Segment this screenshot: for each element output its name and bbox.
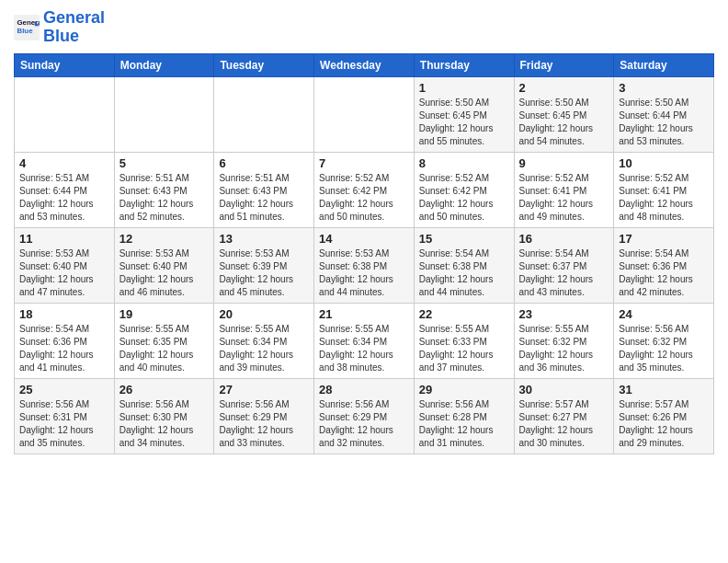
day-number: 20 xyxy=(219,307,309,321)
day-info: Sunrise: 5:54 AM Sunset: 6:38 PM Dayligh… xyxy=(419,247,509,299)
day-number: 13 xyxy=(219,232,309,246)
header-day-monday: Monday xyxy=(114,53,214,76)
day-number: 29 xyxy=(419,383,509,396)
calendar-week-4: 18Sunrise: 5:54 AM Sunset: 6:36 PM Dayli… xyxy=(15,303,714,378)
day-info: Sunrise: 5:51 AM Sunset: 6:43 PM Dayligh… xyxy=(219,172,309,224)
day-info: Sunrise: 5:55 AM Sunset: 6:34 PM Dayligh… xyxy=(219,323,309,374)
day-info: Sunrise: 5:56 AM Sunset: 6:29 PM Dayligh… xyxy=(219,398,309,450)
calendar-cell: 19Sunrise: 5:55 AM Sunset: 6:35 PM Dayli… xyxy=(114,303,214,378)
day-number: 31 xyxy=(619,383,709,396)
day-info: Sunrise: 5:52 AM Sunset: 6:42 PM Dayligh… xyxy=(319,172,409,224)
header-day-saturday: Saturday xyxy=(614,53,714,76)
day-info: Sunrise: 5:56 AM Sunset: 6:28 PM Dayligh… xyxy=(419,398,509,450)
calendar-cell xyxy=(15,76,115,152)
day-number: 21 xyxy=(319,307,409,321)
day-info: Sunrise: 5:56 AM Sunset: 6:32 PM Dayligh… xyxy=(619,323,709,374)
calendar-cell: 31Sunrise: 5:57 AM Sunset: 6:26 PM Dayli… xyxy=(614,378,714,454)
calendar-week-2: 4Sunrise: 5:51 AM Sunset: 6:44 PM Daylig… xyxy=(15,152,714,227)
day-info: Sunrise: 5:57 AM Sunset: 6:27 PM Dayligh… xyxy=(519,398,609,450)
day-number: 26 xyxy=(119,383,210,396)
calendar-cell xyxy=(214,76,314,152)
day-number: 23 xyxy=(519,307,609,321)
day-info: Sunrise: 5:55 AM Sunset: 6:33 PM Dayligh… xyxy=(419,323,509,374)
calendar-cell: 16Sunrise: 5:54 AM Sunset: 6:37 PM Dayli… xyxy=(514,227,614,303)
calendar-cell: 12Sunrise: 5:53 AM Sunset: 6:40 PM Dayli… xyxy=(114,227,214,303)
calendar-header: SundayMondayTuesdayWednesdayThursdayFrid… xyxy=(15,53,714,76)
day-number: 10 xyxy=(619,156,709,170)
day-number: 2 xyxy=(519,81,609,95)
day-info: Sunrise: 5:53 AM Sunset: 6:38 PM Dayligh… xyxy=(319,247,409,299)
calendar-cell: 28Sunrise: 5:56 AM Sunset: 6:29 PM Dayli… xyxy=(314,378,415,454)
calendar-cell xyxy=(314,76,415,152)
day-number: 11 xyxy=(19,232,109,246)
calendar-cell: 25Sunrise: 5:56 AM Sunset: 6:31 PM Dayli… xyxy=(15,378,115,454)
calendar-cell: 5Sunrise: 5:51 AM Sunset: 6:43 PM Daylig… xyxy=(114,152,214,227)
header-day-tuesday: Tuesday xyxy=(214,53,314,76)
day-info: Sunrise: 5:52 AM Sunset: 6:41 PM Dayligh… xyxy=(519,172,609,224)
day-info: Sunrise: 5:51 AM Sunset: 6:43 PM Dayligh… xyxy=(119,172,210,224)
header-row: SundayMondayTuesdayWednesdayThursdayFrid… xyxy=(15,53,714,76)
day-info: Sunrise: 5:53 AM Sunset: 6:40 PM Dayligh… xyxy=(119,247,210,299)
calendar-cell: 9Sunrise: 5:52 AM Sunset: 6:41 PM Daylig… xyxy=(514,152,614,227)
day-number: 16 xyxy=(519,232,609,246)
calendar-cell: 23Sunrise: 5:55 AM Sunset: 6:32 PM Dayli… xyxy=(514,303,614,378)
day-number: 22 xyxy=(419,307,509,321)
day-info: Sunrise: 5:56 AM Sunset: 6:29 PM Dayligh… xyxy=(319,398,409,450)
day-number: 5 xyxy=(119,156,210,170)
calendar-week-1: 1Sunrise: 5:50 AM Sunset: 6:45 PM Daylig… xyxy=(15,76,714,152)
day-number: 15 xyxy=(419,232,509,246)
day-info: Sunrise: 5:53 AM Sunset: 6:40 PM Dayligh… xyxy=(19,247,109,299)
header-day-thursday: Thursday xyxy=(414,53,514,76)
day-info: Sunrise: 5:53 AM Sunset: 6:39 PM Dayligh… xyxy=(219,247,309,299)
day-number: 24 xyxy=(619,307,709,321)
calendar-cell: 6Sunrise: 5:51 AM Sunset: 6:43 PM Daylig… xyxy=(214,152,314,227)
calendar-cell: 4Sunrise: 5:51 AM Sunset: 6:44 PM Daylig… xyxy=(15,152,115,227)
day-info: Sunrise: 5:56 AM Sunset: 6:31 PM Dayligh… xyxy=(19,398,109,450)
calendar-cell: 30Sunrise: 5:57 AM Sunset: 6:27 PM Dayli… xyxy=(514,378,614,454)
day-number: 27 xyxy=(219,383,309,396)
day-info: Sunrise: 5:51 AM Sunset: 6:44 PM Dayligh… xyxy=(19,172,109,224)
day-number: 7 xyxy=(319,156,409,170)
calendar-cell: 11Sunrise: 5:53 AM Sunset: 6:40 PM Dayli… xyxy=(15,227,115,303)
calendar-week-5: 25Sunrise: 5:56 AM Sunset: 6:31 PM Dayli… xyxy=(15,378,714,454)
calendar-cell xyxy=(114,76,214,152)
day-number: 8 xyxy=(419,156,509,170)
day-number: 14 xyxy=(319,232,409,246)
calendar-cell: 21Sunrise: 5:55 AM Sunset: 6:34 PM Dayli… xyxy=(314,303,415,378)
header-day-wednesday: Wednesday xyxy=(314,53,415,76)
day-info: Sunrise: 5:54 AM Sunset: 6:36 PM Dayligh… xyxy=(19,323,109,374)
day-number: 4 xyxy=(19,156,109,170)
calendar-week-3: 11Sunrise: 5:53 AM Sunset: 6:40 PM Dayli… xyxy=(15,227,714,303)
day-number: 9 xyxy=(519,156,609,170)
svg-text:Blue: Blue xyxy=(17,27,34,35)
day-number: 19 xyxy=(119,307,210,321)
day-info: Sunrise: 5:55 AM Sunset: 6:35 PM Dayligh… xyxy=(119,323,210,374)
calendar-cell: 24Sunrise: 5:56 AM Sunset: 6:32 PM Dayli… xyxy=(614,303,714,378)
day-info: Sunrise: 5:57 AM Sunset: 6:26 PM Dayligh… xyxy=(619,398,709,450)
day-number: 18 xyxy=(19,307,109,321)
day-info: Sunrise: 5:52 AM Sunset: 6:41 PM Dayligh… xyxy=(619,172,709,224)
header-day-friday: Friday xyxy=(514,53,614,76)
day-info: Sunrise: 5:50 AM Sunset: 6:45 PM Dayligh… xyxy=(519,97,609,148)
logo: General Blue GeneralBlue xyxy=(14,9,105,46)
calendar-table: SundayMondayTuesdayWednesdayThursdayFrid… xyxy=(14,53,714,454)
day-info: Sunrise: 5:55 AM Sunset: 6:34 PM Dayligh… xyxy=(319,323,409,374)
day-number: 6 xyxy=(219,156,309,170)
calendar-cell: 10Sunrise: 5:52 AM Sunset: 6:41 PM Dayli… xyxy=(614,152,714,227)
calendar-cell: 18Sunrise: 5:54 AM Sunset: 6:36 PM Dayli… xyxy=(15,303,115,378)
day-number: 17 xyxy=(619,232,709,246)
calendar-cell: 3Sunrise: 5:50 AM Sunset: 6:44 PM Daylig… xyxy=(614,76,714,152)
calendar-cell: 1Sunrise: 5:50 AM Sunset: 6:45 PM Daylig… xyxy=(414,76,514,152)
calendar-cell: 22Sunrise: 5:55 AM Sunset: 6:33 PM Dayli… xyxy=(414,303,514,378)
day-number: 25 xyxy=(19,383,109,396)
calendar-cell: 13Sunrise: 5:53 AM Sunset: 6:39 PM Dayli… xyxy=(214,227,314,303)
calendar-cell: 29Sunrise: 5:56 AM Sunset: 6:28 PM Dayli… xyxy=(414,378,514,454)
logo-icon: General Blue xyxy=(14,15,40,40)
logo-text: GeneralBlue xyxy=(43,9,105,46)
calendar-cell: 27Sunrise: 5:56 AM Sunset: 6:29 PM Dayli… xyxy=(214,378,314,454)
day-number: 1 xyxy=(419,81,509,95)
calendar-cell: 2Sunrise: 5:50 AM Sunset: 6:45 PM Daylig… xyxy=(514,76,614,152)
day-info: Sunrise: 5:54 AM Sunset: 6:37 PM Dayligh… xyxy=(519,247,609,299)
day-number: 30 xyxy=(519,383,609,396)
header-day-sunday: Sunday xyxy=(15,53,115,76)
